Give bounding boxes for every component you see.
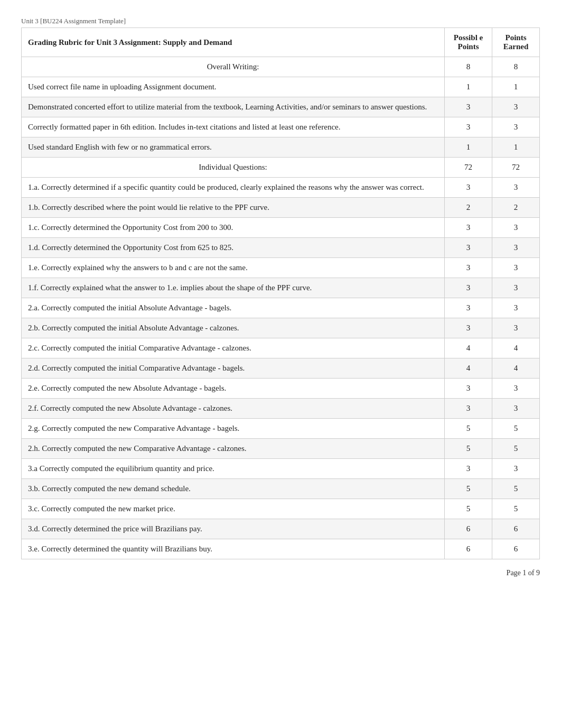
row-earned: 6 (492, 539, 540, 559)
row-possible: 6 (445, 519, 492, 539)
section-earned: 72 (492, 158, 540, 178)
row-earned: 1 (492, 137, 540, 158)
row-possible: 3 (445, 399, 492, 419)
rubric-header-earned: Points Earned (492, 28, 540, 57)
rubric-header-description: Grading Rubric for Unit 3 Assignment: Su… (22, 28, 445, 57)
section-label: Overall Writing: (22, 57, 445, 77)
row-possible: 2 (445, 198, 492, 218)
table-row: 3.c. Correctly computed the new market p… (22, 499, 540, 519)
table-row: 2.g. Correctly computed the new Comparat… (22, 419, 540, 439)
row-earned: 3 (492, 258, 540, 278)
row-earned: 3 (492, 178, 540, 198)
table-row: 1.e. Correctly explained why the answers… (22, 258, 540, 278)
row-possible: 1 (445, 77, 492, 97)
row-description: 2.b. Correctly computed the initial Abso… (22, 318, 445, 338)
row-description: 3.e. Correctly determined the quantity w… (22, 539, 445, 559)
row-description: 1.d. Correctly determined the Opportunit… (22, 238, 445, 258)
row-possible: 4 (445, 338, 492, 358)
row-possible: 6 (445, 539, 492, 559)
table-row: 3.e. Correctly determined the quantity w… (22, 539, 540, 559)
row-description: 2.f. Correctly computed the new Absolute… (22, 399, 445, 419)
row-description: 1.c. Correctly determined the Opportunit… (22, 218, 445, 238)
row-description: 1.e. Correctly explained why the answers… (22, 258, 445, 278)
table-row: 3.d. Correctly determined the price will… (22, 519, 540, 539)
row-earned: 3 (492, 278, 540, 298)
row-earned: 3 (492, 379, 540, 399)
table-row: Used standard English with few or no gra… (22, 137, 540, 158)
table-row: 1.b. Correctly described where the point… (22, 198, 540, 218)
row-description: Used standard English with few or no gra… (22, 137, 445, 158)
page-number: Page 1 of 9 (21, 569, 540, 577)
table-row: Demonstrated concerted effort to utilize… (22, 97, 540, 117)
row-possible: 4 (445, 358, 492, 379)
table-row: 1.d. Correctly determined the Opportunit… (22, 238, 540, 258)
row-earned: 3 (492, 238, 540, 258)
row-earned: 3 (492, 298, 540, 318)
table-row: 2.c. Correctly computed the initial Comp… (22, 338, 540, 358)
table-row: 2.f. Correctly computed the new Absolute… (22, 399, 540, 419)
table-row: 1.c. Correctly determined the Opportunit… (22, 218, 540, 238)
section-possible: 8 (445, 57, 492, 77)
row-possible: 5 (445, 439, 492, 459)
table-row: 1.f. Correctly explained what the answer… (22, 278, 540, 298)
section-header-row: Individual Questions:7272 (22, 158, 540, 178)
row-possible: 3 (445, 278, 492, 298)
row-possible: 3 (445, 238, 492, 258)
row-earned: 4 (492, 338, 540, 358)
row-description: 2.g. Correctly computed the new Comparat… (22, 419, 445, 439)
row-description: 2.d. Correctly computed the initial Comp… (22, 358, 445, 379)
row-possible: 3 (445, 379, 492, 399)
row-description: 2.e. Correctly computed the new Absolute… (22, 379, 445, 399)
table-row: 1.a. Correctly determined if a specific … (22, 178, 540, 198)
row-possible: 3 (445, 459, 492, 479)
section-label: Individual Questions: (22, 158, 445, 178)
section-header-row: Overall Writing:88 (22, 57, 540, 77)
row-earned: 3 (492, 459, 540, 479)
row-earned: 5 (492, 499, 540, 519)
row-earned: 3 (492, 399, 540, 419)
row-possible: 3 (445, 258, 492, 278)
row-possible: 3 (445, 298, 492, 318)
row-description: Used correct file name in uploading Assi… (22, 77, 445, 97)
row-earned: 2 (492, 198, 540, 218)
row-earned: 3 (492, 97, 540, 117)
row-possible: 3 (445, 218, 492, 238)
row-earned: 3 (492, 117, 540, 137)
row-earned: 5 (492, 419, 540, 439)
row-possible: 3 (445, 318, 492, 338)
row-description: 1.a. Correctly determined if a specific … (22, 178, 445, 198)
table-row: 2.h. Correctly computed the new Comparat… (22, 439, 540, 459)
row-earned: 1 (492, 77, 540, 97)
row-description: 3.b. Correctly computed the new demand s… (22, 479, 445, 499)
row-possible: 3 (445, 97, 492, 117)
row-description: 1.f. Correctly explained what the answer… (22, 278, 445, 298)
row-possible: 5 (445, 499, 492, 519)
table-row: 2.d. Correctly computed the initial Comp… (22, 358, 540, 379)
row-description: 1.b. Correctly described where the point… (22, 198, 445, 218)
row-description: 2.a. Correctly computed the initial Abso… (22, 298, 445, 318)
table-row: Correctly formatted paper in 6th edition… (22, 117, 540, 137)
table-row: 2.b. Correctly computed the initial Abso… (22, 318, 540, 338)
doc-title: Unit 3 [BU224 Assignment Template] (21, 17, 540, 25)
row-possible: 5 (445, 419, 492, 439)
row-possible: 5 (445, 479, 492, 499)
table-row: Used correct file name in uploading Assi… (22, 77, 540, 97)
row-possible: 1 (445, 137, 492, 158)
section-possible: 72 (445, 158, 492, 178)
row-possible: 3 (445, 117, 492, 137)
row-earned: 3 (492, 318, 540, 338)
row-description: Correctly formatted paper in 6th edition… (22, 117, 445, 137)
table-row: 2.e. Correctly computed the new Absolute… (22, 379, 540, 399)
row-description: 2.c. Correctly computed the initial Comp… (22, 338, 445, 358)
table-row: 3.a Correctly computed the equilibrium q… (22, 459, 540, 479)
rubric-header-possible: Possibl e Points (445, 28, 492, 57)
table-row: 2.a. Correctly computed the initial Abso… (22, 298, 540, 318)
row-earned: 5 (492, 439, 540, 459)
table-row: 3.b. Correctly computed the new demand s… (22, 479, 540, 499)
row-description: 3.d. Correctly determined the price will… (22, 519, 445, 539)
row-description: 3.a Correctly computed the equilibrium q… (22, 459, 445, 479)
row-description: 2.h. Correctly computed the new Comparat… (22, 439, 445, 459)
row-earned: 5 (492, 479, 540, 499)
row-possible: 3 (445, 178, 492, 198)
row-earned: 4 (492, 358, 540, 379)
